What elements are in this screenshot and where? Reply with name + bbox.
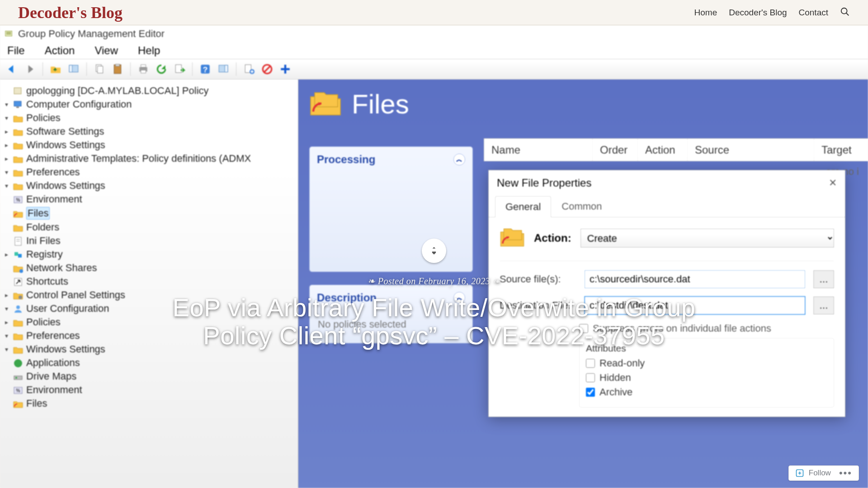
tree-pref-windows-settings[interactable]: Windows Settings <box>26 180 105 192</box>
files-icon <box>13 208 24 218</box>
svg-rect-8 <box>98 66 103 73</box>
tree-uc-environment[interactable]: Environment <box>26 384 82 396</box>
up-folder-button[interactable] <box>47 61 64 77</box>
tab-common[interactable]: Common <box>551 196 612 217</box>
source-browse-button[interactable]: … <box>813 270 834 288</box>
stop-button[interactable] <box>259 61 275 77</box>
archive-checkbox[interactable] <box>586 388 595 397</box>
folders-icon <box>13 222 24 232</box>
folder-icon <box>13 140 24 150</box>
svg-text:?: ? <box>203 65 208 74</box>
tree-uc-policies[interactable]: Policies <box>26 316 61 328</box>
blog-header: Decoder's Blog Home Decoder's Blog Conta… <box>0 0 868 25</box>
description-body: No policies selected <box>310 310 472 343</box>
col-target[interactable]: Target <box>814 139 868 161</box>
tree-uc-preferences[interactable]: Preferences <box>26 330 80 342</box>
hero: Group Policy Management Editor File Acti… <box>0 25 868 488</box>
collapse-icon[interactable]: ︽ <box>453 292 465 304</box>
svg-text:%: % <box>16 197 20 202</box>
svg-rect-10 <box>116 64 120 66</box>
files-header-label: Files <box>352 89 409 120</box>
tree-uc-applications[interactable]: Applications <box>26 357 80 369</box>
paste-button[interactable] <box>109 61 126 77</box>
tree-computer-config[interactable]: Computer Configuration <box>26 99 132 110</box>
tab-general[interactable]: General <box>495 196 551 217</box>
svg-rect-6 <box>69 65 72 72</box>
gpme-title-bar: Group Policy Management Editor <box>0 25 868 42</box>
follow-widget[interactable]: Follow ••• <box>788 465 859 481</box>
svg-rect-18 <box>225 65 228 72</box>
svg-line-1 <box>846 13 849 15</box>
back-button[interactable] <box>4 61 20 77</box>
tree-uc-windows-settings[interactable]: Windows Settings <box>26 343 105 355</box>
dest-input[interactable] <box>585 296 805 314</box>
svg-rect-24 <box>14 101 21 106</box>
blog-nav: Home Decoder's Blog Contact <box>694 7 850 19</box>
help-button[interactable]: ? <box>197 61 213 77</box>
tree-registry[interactable]: Registry <box>26 249 63 260</box>
tree-windows-settings[interactable]: Windows Settings <box>26 139 105 151</box>
dest-browse-button[interactable]: … <box>813 296 834 314</box>
hidden-checkbox[interactable] <box>586 373 595 382</box>
tree-policies[interactable]: Policies <box>26 112 61 124</box>
policy-icon <box>13 86 24 96</box>
processing-panel: Processing︽ <box>309 146 473 272</box>
svg-line-22 <box>264 66 270 72</box>
col-order[interactable]: Order <box>593 139 638 161</box>
menu-help[interactable]: Help <box>138 44 160 57</box>
tree-control-panel[interactable]: Control Panel Settings <box>26 289 125 301</box>
nav-blog[interactable]: Decoder's Blog <box>729 8 787 18</box>
tree-files-selected[interactable]: Files <box>26 207 50 220</box>
svg-rect-32 <box>18 254 22 258</box>
tree-network-shares[interactable]: Network Shares <box>26 262 97 274</box>
collapse-icon[interactable]: ︽ <box>453 154 465 165</box>
svg-point-39 <box>15 377 17 379</box>
close-icon[interactable]: ✕ <box>829 177 837 189</box>
follow-label: Follow <box>809 469 831 478</box>
action-select[interactable]: Create <box>580 229 834 248</box>
menu-action[interactable]: Action <box>45 44 75 57</box>
tree-ini-files[interactable]: Ini Files <box>26 235 61 247</box>
export-button[interactable] <box>171 61 188 77</box>
tree-environment[interactable]: Environment <box>26 193 82 205</box>
new-item-button[interactable] <box>241 61 257 77</box>
show-hide-action-button[interactable] <box>215 61 231 77</box>
folder-icon <box>13 317 24 327</box>
nav-home[interactable]: Home <box>694 8 717 18</box>
tree-folders[interactable]: Folders <box>26 221 59 233</box>
search-icon[interactable] <box>840 7 850 19</box>
add-button[interactable] <box>277 61 293 77</box>
tree-user-config[interactable]: User Configuration <box>26 303 109 314</box>
menu-view[interactable]: View <box>94 44 118 57</box>
forward-button[interactable] <box>22 61 38 77</box>
suppress-checkbox[interactable] <box>579 324 588 333</box>
tree-uc-files[interactable]: Files <box>26 398 47 409</box>
shortcuts-icon <box>13 277 24 286</box>
col-name[interactable]: Name <box>484 139 593 161</box>
tree-uc-drive-maps[interactable]: Drive Maps <box>26 371 76 382</box>
col-source[interactable]: Source <box>688 139 814 161</box>
nav-contact[interactable]: Contact <box>799 8 828 18</box>
folder-icon <box>13 167 24 177</box>
tree-preferences[interactable]: Preferences <box>26 166 80 178</box>
col-action[interactable]: Action <box>638 139 688 161</box>
source-input[interactable] <box>585 270 805 288</box>
tree-root[interactable]: gpologging [DC-A.MYLAB.LOCAL] Policy <box>26 85 209 97</box>
menu-file[interactable]: File <box>7 44 25 57</box>
svg-point-37 <box>14 359 22 367</box>
tree-admin-templates[interactable]: Administrative Templates: Policy definit… <box>26 153 251 164</box>
show-hide-console-button[interactable] <box>66 61 82 77</box>
tool-bar: ? <box>0 59 868 80</box>
tree-software-settings[interactable]: Software Settings <box>26 126 104 137</box>
readonly-checkbox[interactable] <box>586 359 595 368</box>
copy-button[interactable] <box>91 61 108 77</box>
tree-pane[interactable]: gpologging [DC-A.MYLAB.LOCAL] Policy ▾Co… <box>0 80 298 488</box>
print-button[interactable] <box>135 61 151 77</box>
svg-point-0 <box>841 8 847 14</box>
refresh-button[interactable] <box>153 61 170 77</box>
blog-title[interactable]: Decoder's Blog <box>18 3 123 22</box>
sticky-post-icon[interactable] <box>422 239 446 263</box>
tree-shortcuts[interactable]: Shortcuts <box>26 276 68 287</box>
mmc-icon <box>5 29 14 38</box>
control-panel-icon <box>13 290 24 300</box>
